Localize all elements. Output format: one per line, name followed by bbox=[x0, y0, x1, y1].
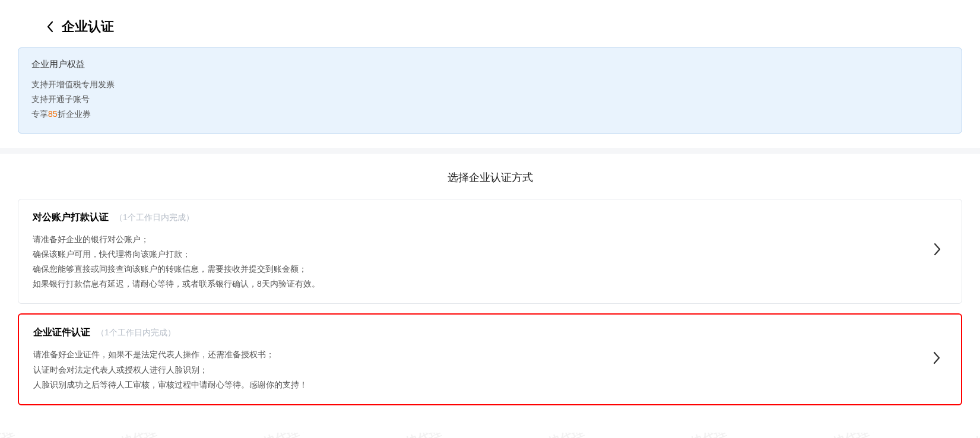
method-desc-line: 请准备好企业证件，如果不是法定代表人操作，还需准备授权书； bbox=[33, 347, 927, 362]
section-divider bbox=[0, 148, 980, 154]
method-desc-line: 确保该账户可用，快代理将向该账户打款； bbox=[33, 247, 927, 262]
benefit-item: 专享85折企业券 bbox=[31, 107, 949, 122]
method-title: 企业证件认证 bbox=[33, 326, 90, 339]
benefit-prefix: 专享 bbox=[31, 109, 48, 119]
method-desc-line: 人脸识别成功之后等待人工审核，审核过程中请耐心等待。感谢你的支持！ bbox=[33, 377, 927, 392]
benefits-panel: 企业用户权益 支持开增值税专用发票 支持开通子账号 专享85折企业券 bbox=[18, 47, 962, 134]
method-note: （1个工作日内完成） bbox=[115, 212, 194, 223]
chevron-left-icon bbox=[46, 21, 53, 33]
benefit-discount-number: 85 bbox=[48, 109, 58, 119]
benefit-item: 支持开增值税专用发票 bbox=[31, 77, 949, 92]
method-content: 对公账户打款认证 （1个工作日内完成） 请准备好企业的银行对公账户； 确保该账户… bbox=[33, 211, 927, 292]
method-desc-line: 确保您能够直接或间接查询该账户的转账信息，需要接收并提交到账金额； bbox=[33, 262, 927, 277]
method-content: 企业证件认证 （1个工作日内完成） 请准备好企业证件，如果不是法定代表人操作，还… bbox=[33, 326, 927, 392]
method-title: 对公账户打款认证 bbox=[33, 211, 109, 224]
method-note: （1个工作日内完成） bbox=[96, 328, 176, 338]
top-section: 企业认证 企业用户权益 支持开增值税专用发票 支持开通子账号 专享85折企业券 bbox=[0, 0, 980, 148]
method-desc-line: 请准备好企业的银行对公账户； bbox=[33, 232, 927, 247]
page-title: 企业认证 bbox=[62, 18, 114, 36]
method-card-bank-transfer[interactable]: 对公账户打款认证 （1个工作日内完成） 请准备好企业的银行对公账户； 确保该账户… bbox=[18, 199, 962, 304]
benefit-item: 支持开通子账号 bbox=[31, 92, 949, 107]
chevron-right-icon bbox=[927, 351, 947, 369]
page-header: 企业认证 bbox=[18, 0, 962, 47]
method-header: 对公账户打款认证 （1个工作日内完成） bbox=[33, 211, 927, 224]
back-button[interactable] bbox=[46, 21, 53, 33]
method-desc-line: 如果银行打款信息有延迟，请耐心等待，或者联系银行确认，8天内验证有效。 bbox=[33, 277, 927, 291]
method-card-certificate[interactable]: 企业证件认证 （1个工作日内完成） 请准备好企业证件，如果不是法定代表人操作，还… bbox=[18, 313, 962, 405]
section-title: 选择企业认证方式 bbox=[18, 170, 962, 185]
choose-method-section: 选择企业认证方式 对公账户打款认证 （1个工作日内完成） 请准备好企业的银行对公… bbox=[0, 154, 980, 433]
method-header: 企业证件认证 （1个工作日内完成） bbox=[33, 326, 927, 339]
chevron-right-icon bbox=[927, 242, 947, 260]
method-desc-line: 认证时会对法定代表人或授权人进行人脸识别； bbox=[33, 363, 927, 377]
benefits-title: 企业用户权益 bbox=[31, 59, 949, 70]
benefit-suffix: 折企业券 bbox=[58, 109, 91, 119]
